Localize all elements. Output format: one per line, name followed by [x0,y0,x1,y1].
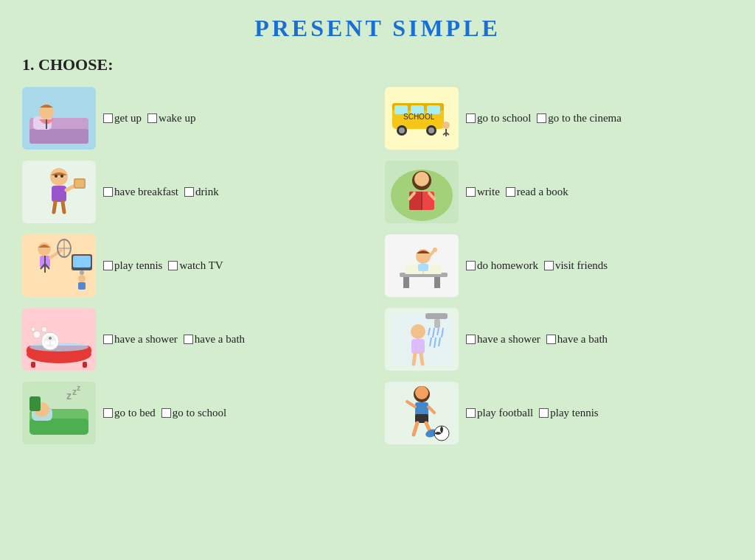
svg-point-68 [49,337,52,340]
svg-text:SCHOOL: SCHOOL [403,113,435,121]
option-write: write [466,186,500,198]
option-get-up: get up [103,112,142,125]
page-title: PRESENT SIMPLE [22,15,733,42]
svg-rect-52 [434,277,440,288]
svg-point-69 [33,331,41,338]
image-read [385,161,459,223]
checkbox-have-shower-2[interactable] [466,335,476,344]
svg-rect-49 [78,282,86,290]
svg-point-48 [78,275,86,282]
svg-point-70 [41,326,47,332]
checkbox-have-shower-1[interactable] [103,335,113,344]
list-item: z z z go to bed go to school [22,379,370,446]
svg-rect-51 [403,277,409,288]
svg-line-102 [407,402,415,407]
checkbox-play-football[interactable] [466,408,476,418]
checkbox-write[interactable] [466,187,476,197]
list-item: play tennis watch TV [22,232,370,298]
svg-rect-32 [409,192,422,210]
checkbox-get-up[interactable] [103,113,113,123]
checkbox-go-to-school-1[interactable] [466,113,476,123]
checkbox-play-tennis-1[interactable] [103,261,113,270]
option-have-shower-1: have a shower [103,333,178,346]
svg-rect-87 [29,419,88,435]
option-go-to-bed: go to bed [103,407,156,419]
svg-rect-73 [425,313,448,319]
options-get-up: get up wake up [103,112,195,125]
svg-rect-22 [52,186,66,202]
checkbox-do-homework[interactable] [466,261,476,270]
svg-rect-83 [411,339,425,354]
svg-point-19 [50,168,68,186]
exercise-grid: get up wake up SCHOOL [22,85,733,446]
list-item: get up wake up [22,85,370,151]
checkbox-read-a-book[interactable] [506,187,515,197]
options-bed: go to bed go to school [103,407,226,419]
svg-point-82 [411,324,425,339]
option-play-football: play football [466,407,533,419]
options-read: write read a book [466,186,568,198]
checkbox-have-breakfast[interactable] [103,187,113,197]
svg-text:z: z [66,390,72,402]
list-item: have a shower have a bath [385,306,733,372]
svg-line-103 [428,407,434,413]
svg-point-20 [55,175,58,178]
options-football: play football play tennis [466,407,599,419]
svg-point-30 [414,172,429,186]
page: PRESENT SIMPLE 1. CHOOSE: [0,0,755,560]
svg-point-36 [38,242,51,256]
options-homework: do homework visit friends [466,259,608,272]
checkbox-go-to-school-2[interactable] [161,408,171,418]
checkbox-go-to-bed[interactable] [103,408,113,418]
option-watch-tv: watch TV [168,259,223,272]
svg-line-99 [426,423,430,431]
option-play-tennis-2: play tennis [539,407,598,419]
svg-line-98 [414,423,417,435]
svg-rect-74 [434,319,440,328]
option-have-shower-2: have a shower [466,333,540,346]
svg-point-63 [29,343,88,351]
list-item: have breakfast drink [22,158,370,225]
svg-rect-93 [29,396,41,411]
svg-line-26 [54,202,55,212]
list-item: write read a book [385,158,733,225]
option-drink: drink [184,186,219,198]
options-school: go to school go to the cinema [466,112,622,125]
svg-rect-61 [31,362,35,368]
svg-line-85 [421,354,422,364]
svg-rect-58 [418,264,428,271]
option-go-to-school-2: go to school [161,407,226,419]
svg-rect-1 [29,129,88,144]
list-item: play football play tennis [385,379,733,446]
checkbox-watch-tv[interactable] [168,261,178,270]
option-go-to-cinema: go to the cinema [537,112,622,125]
options-shower-bath-2: have a shower have a bath [466,333,608,346]
checkbox-have-bath-2[interactable] [546,335,556,344]
option-have-bath-2: have a bath [546,333,608,346]
option-wake-up: wake up [147,112,195,125]
image-shower [385,308,459,371]
checkbox-wake-up[interactable] [147,113,157,123]
option-read-a-book: read a book [506,186,568,198]
checkbox-visit-friends[interactable] [544,261,554,270]
options-tennis: play tennis watch TV [103,259,223,272]
image-sleep: z z z [22,382,96,444]
image-football [385,382,459,444]
svg-point-47 [80,270,84,275]
checkbox-play-tennis-2[interactable] [539,408,549,418]
option-do-homework: do homework [466,259,538,272]
image-bath [22,308,96,371]
svg-point-57 [433,248,437,252]
svg-rect-46 [73,256,91,267]
svg-point-66 [45,340,49,345]
option-play-tennis-1: play tennis [103,259,162,272]
option-have-bath-1: have a bath [184,333,245,346]
svg-point-21 [60,175,63,178]
checkbox-go-to-cinema[interactable] [537,113,546,123]
image-breakfast [22,161,96,223]
checkbox-have-bath-1[interactable] [184,335,193,344]
svg-text:z: z [77,384,80,392]
svg-point-15 [442,122,450,129]
checkbox-drink[interactable] [184,187,194,197]
option-have-breakfast: have breakfast [103,186,178,198]
